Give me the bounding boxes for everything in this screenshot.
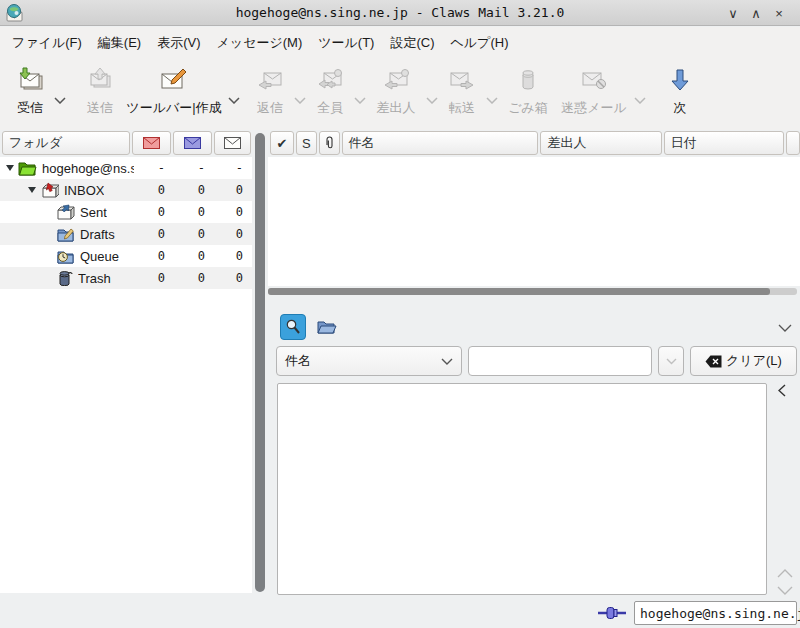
folder-row-queue[interactable]: Queue 0 0 0 <box>0 245 252 267</box>
reply-button[interactable]: 返信 <box>248 64 292 117</box>
new-mail-envelope-icon <box>143 137 160 149</box>
sent-folder-icon <box>56 204 75 220</box>
unread-envelope-icon <box>184 137 201 149</box>
clear-search-button[interactable]: クリア(L) <box>690 346 797 376</box>
maximize-button[interactable]: ∧ <box>745 0 767 26</box>
receive-button[interactable]: 受信 <box>8 64 52 117</box>
reply-all-label: 全員 <box>317 99 343 117</box>
attachment-column-header[interactable] <box>319 131 340 155</box>
unread-count: - <box>174 161 214 175</box>
message-view-pane <box>277 383 767 595</box>
reply-sender-icon <box>382 64 410 96</box>
reply-dropdown[interactable] <box>292 64 308 112</box>
folder-row-sent[interactable]: Sent 0 0 0 <box>0 201 252 223</box>
spam-label: 迷惑メール <box>561 99 627 117</box>
folder-row-account[interactable]: hogehoge@ns.sing.ne.jp - - - <box>0 157 252 179</box>
total-count: 0 <box>214 271 252 285</box>
send-button[interactable]: 送信 <box>78 64 122 117</box>
menu-help[interactable]: ヘルプ(H) <box>443 30 517 56</box>
next-button[interactable]: 次 <box>658 64 702 117</box>
total-count: 0 <box>214 249 252 263</box>
subject-column-header[interactable]: 件名 <box>342 131 539 155</box>
trash-icon <box>517 64 539 96</box>
close-button[interactable]: × <box>768 0 790 26</box>
folder-row-trash[interactable]: Trash 0 0 0 <box>0 267 252 289</box>
trash-button[interactable]: ごみ箱 <box>500 64 556 117</box>
folder-name: Sent <box>80 205 107 220</box>
menu-edit[interactable]: 編集(E) <box>90 30 149 56</box>
menu-file[interactable]: ファイル(F) <box>4 30 90 56</box>
total-count: 0 <box>214 183 252 197</box>
drafts-folder-icon <box>56 227 75 242</box>
search-history-dropdown[interactable] <box>658 346 684 376</box>
search-input[interactable] <box>468 346 652 376</box>
compose-button[interactable]: ツールバー|作成 <box>122 64 226 117</box>
extra-column-header[interactable] <box>786 131 800 155</box>
forward-dropdown[interactable] <box>484 64 500 112</box>
compose-mail-icon <box>159 64 189 96</box>
total-count: - <box>214 161 252 175</box>
unread-count: 0 <box>174 249 214 263</box>
unread-column-header[interactable] <box>173 131 212 155</box>
folder-name: INBOX <box>64 183 104 198</box>
message-list-headers: ✔ S 件名 差出人 日付 <box>270 131 800 157</box>
next-label: 次 <box>674 99 687 117</box>
new-mail-column-header[interactable] <box>132 131 171 155</box>
scroll-up-button[interactable] <box>777 566 793 581</box>
reply-all-button[interactable]: 全員 <box>308 64 352 117</box>
forward-icon <box>448 64 476 96</box>
date-column-header[interactable]: 日付 <box>664 131 784 155</box>
chevron-down-icon <box>441 358 453 365</box>
reply-sender-dropdown[interactable] <box>424 64 440 112</box>
reply-sender-button[interactable]: 差出人 <box>368 64 424 117</box>
new-count: 0 <box>134 205 174 219</box>
search-folder-button[interactable] <box>314 316 338 338</box>
account-name: hogehoge@ns.sing.ne.jp <box>640 606 800 621</box>
folder-name: hogehoge@ns.sing.ne.jp <box>42 161 134 176</box>
account-expander-icon[interactable] <box>6 165 14 171</box>
claws-mail-window: hogehoge@ns.sing.ne.jp - Claws Mail 3.21… <box>0 0 800 628</box>
trash-folder-icon <box>56 270 73 286</box>
menu-tools[interactable]: ツール(T) <box>310 30 382 56</box>
total-count: 0 <box>214 227 252 241</box>
search-criteria-select[interactable]: 件名 <box>276 346 462 376</box>
title-bar[interactable]: hogehoge@ns.sing.ne.jp - Claws Mail 3.21… <box>0 0 800 26</box>
folder-name: Trash <box>78 271 111 286</box>
status-column-header[interactable]: S <box>296 131 317 155</box>
menu-message[interactable]: メッセージ(M) <box>209 30 311 56</box>
horizontal-scrollbar-thumb[interactable] <box>268 288 770 295</box>
folder-pane-vertical-scrollbar[interactable] <box>255 133 265 592</box>
total-envelope-icon <box>224 137 241 149</box>
next-arrow-icon <box>671 64 689 96</box>
menu-configuration[interactable]: 設定(C) <box>382 30 442 56</box>
minimize-button[interactable]: ∨ <box>722 0 744 26</box>
inbox-expander-icon[interactable] <box>28 187 36 193</box>
receive-dropdown[interactable] <box>52 64 68 112</box>
quick-search-toggle-button[interactable] <box>280 314 306 340</box>
online-status-icon[interactable] <box>598 606 626 623</box>
forward-button[interactable]: 転送 <box>440 64 484 117</box>
account-selector[interactable]: hogehoge@ns.sing.ne.jp <box>634 601 797 625</box>
quick-search-collapse-button[interactable] <box>778 320 792 335</box>
message-list[interactable] <box>268 157 800 286</box>
folder-column-header[interactable]: フォルダ <box>2 131 130 155</box>
main-toolbar: 受信 送信 ツー <box>0 58 800 130</box>
chevron-down-icon <box>666 358 677 365</box>
menu-view[interactable]: 表示(V) <box>149 30 208 56</box>
total-column-header[interactable] <box>214 131 251 155</box>
attachment-icon <box>325 136 334 150</box>
mark-column-header[interactable]: ✔ <box>270 131 294 155</box>
message-view-collapse-button[interactable] <box>778 384 786 400</box>
send-mail-icon <box>86 64 114 96</box>
reply-all-dropdown[interactable] <box>352 64 368 112</box>
spam-dropdown[interactable] <box>632 64 648 112</box>
trash-label: ごみ箱 <box>508 99 548 117</box>
folder-row-inbox[interactable]: INBOX 0 0 0 <box>0 179 252 201</box>
folder-row-drafts[interactable]: Drafts 0 0 0 <box>0 223 252 245</box>
reply-label: 返信 <box>257 99 283 117</box>
scroll-down-button[interactable] <box>777 583 793 598</box>
spam-button[interactable]: 迷惑メール <box>556 64 632 117</box>
from-column-header[interactable]: 差出人 <box>540 131 661 155</box>
compose-dropdown[interactable] <box>226 64 242 112</box>
forward-label: 転送 <box>449 99 475 117</box>
